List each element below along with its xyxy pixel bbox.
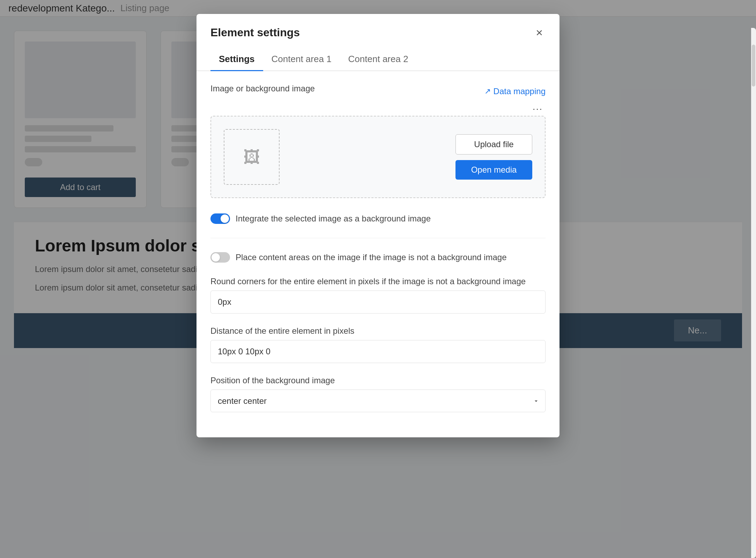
modal-overlay: Element settings × Settings Content area… xyxy=(0,0,756,558)
modal-body: Image or background image ↗ Data mapping… xyxy=(197,71,559,437)
upload-file-button[interactable]: Upload file xyxy=(455,134,532,154)
background-image-toggle-label: Integrate the selected image as a backgr… xyxy=(236,214,431,224)
more-dots-icon: ··· xyxy=(533,103,543,114)
upload-buttons: Upload file Open media xyxy=(455,134,532,180)
tab-content-area-1[interactable]: Content area 1 xyxy=(263,48,340,71)
toggle-slider xyxy=(210,252,230,263)
distance-field-group: Distance of the entire element in pixels xyxy=(210,326,546,363)
bg-position-field-group: Position of the background image center … xyxy=(210,376,546,412)
image-placeholder-icon: 🖼 xyxy=(243,148,260,167)
open-media-button[interactable]: Open media xyxy=(455,160,532,180)
bg-position-label: Position of the background image xyxy=(210,376,546,385)
data-mapping-link[interactable]: ↗ Data mapping xyxy=(484,86,546,96)
distance-input[interactable] xyxy=(210,340,546,363)
place-content-areas-toggle[interactable] xyxy=(210,252,230,263)
toggle-knob xyxy=(212,253,220,262)
bg-position-select[interactable]: center center xyxy=(210,390,546,412)
image-upload-area: 🖼 Upload file Open media xyxy=(210,116,546,198)
round-corners-input[interactable] xyxy=(210,291,546,314)
place-content-areas-toggle-label: Place content areas on the image if the … xyxy=(236,252,506,262)
place-content-areas-toggle-row: Place content areas on the image if the … xyxy=(210,249,546,265)
toggle-slider xyxy=(210,213,230,224)
round-corners-label: Round corners for the entire element in … xyxy=(210,277,546,286)
toggle-knob xyxy=(221,214,229,223)
image-placeholder: 🖼 xyxy=(224,129,280,185)
divider xyxy=(210,238,546,238)
image-section-label: Image or background image xyxy=(210,84,315,93)
modal-header: Element settings × xyxy=(197,14,559,40)
external-link-icon: ↗ xyxy=(484,87,491,96)
tab-settings[interactable]: Settings xyxy=(210,48,263,71)
background-image-toggle[interactable] xyxy=(210,213,230,224)
background-image-toggle-row: Integrate the selected image as a backgr… xyxy=(210,211,546,227)
image-section-header: Image or background image ↗ Data mapping xyxy=(210,84,546,99)
modal-title: Element settings xyxy=(210,26,300,39)
more-options-button[interactable]: ··· xyxy=(210,102,546,116)
tab-content-area-2[interactable]: Content area 2 xyxy=(340,48,417,71)
round-corners-field-group: Round corners for the entire element in … xyxy=(210,277,546,314)
distance-label: Distance of the entire element in pixels xyxy=(210,326,546,336)
modal-tabs: Settings Content area 1 Content area 2 xyxy=(197,48,559,71)
element-settings-modal: Element settings × Settings Content area… xyxy=(197,14,559,437)
modal-close-button[interactable]: × xyxy=(533,25,546,40)
